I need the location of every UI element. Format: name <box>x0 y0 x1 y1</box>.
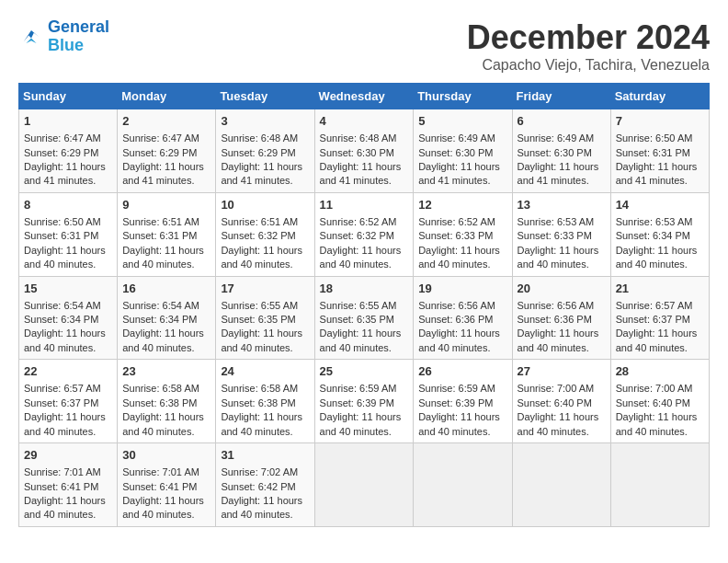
location-title: Capacho Viejo, Tachira, Venezuela <box>467 57 710 74</box>
day-number: 18 <box>320 281 409 297</box>
day-info: Sunrise: 6:54 AMSunset: 6:34 PMDaylight:… <box>122 299 210 356</box>
calendar-cell: 24Sunrise: 6:58 AMSunset: 6:38 PMDayligh… <box>216 360 314 443</box>
calendar-header: SundayMondayTuesdayWednesdayThursdayFrid… <box>19 84 710 109</box>
calendar-cell: 10Sunrise: 6:51 AMSunset: 6:32 PMDayligh… <box>216 192 314 276</box>
day-number: 5 <box>418 113 506 130</box>
calendar-cell: 5Sunrise: 6:49 AMSunset: 6:30 PMDaylight… <box>414 109 512 193</box>
day-info: Sunrise: 6:48 AMSunset: 6:29 PMDaylight:… <box>221 132 309 189</box>
calendar-cell: 6Sunrise: 6:49 AMSunset: 6:30 PMDaylight… <box>512 109 610 193</box>
day-info: Sunrise: 6:53 AMSunset: 6:33 PMDaylight:… <box>518 215 606 272</box>
day-info: Sunrise: 6:51 AMSunset: 6:32 PMDaylight:… <box>221 215 309 272</box>
day-number: 26 <box>418 363 506 380</box>
calendar-week-1: 1Sunrise: 6:47 AMSunset: 6:29 PMDaylight… <box>19 109 710 193</box>
day-number: 28 <box>616 363 704 380</box>
calendar-table: SundayMondayTuesdayWednesdayThursdayFrid… <box>18 83 710 527</box>
weekday-header-friday: Friday <box>512 84 610 109</box>
calendar-cell <box>610 443 709 527</box>
day-info: Sunrise: 6:52 AMSunset: 6:32 PMDaylight:… <box>320 215 409 272</box>
day-info: Sunrise: 6:58 AMSunset: 6:38 PMDaylight:… <box>122 382 210 439</box>
calendar-cell: 31Sunrise: 7:02 AMSunset: 6:42 PMDayligh… <box>216 443 314 527</box>
day-number: 31 <box>221 447 309 464</box>
day-number: 17 <box>221 281 309 297</box>
day-info: Sunrise: 6:49 AMSunset: 6:30 PMDaylight:… <box>518 132 606 189</box>
day-info: Sunrise: 6:56 AMSunset: 6:36 PMDaylight:… <box>418 299 506 356</box>
day-number: 12 <box>418 197 506 213</box>
day-info: Sunrise: 6:55 AMSunset: 6:35 PMDaylight:… <box>320 299 409 356</box>
day-info: Sunrise: 6:50 AMSunset: 6:31 PMDaylight:… <box>616 132 704 189</box>
day-info: Sunrise: 6:58 AMSunset: 6:38 PMDaylight:… <box>221 382 309 439</box>
day-info: Sunrise: 6:47 AMSunset: 6:29 PMDaylight:… <box>24 132 112 189</box>
day-info: Sunrise: 6:57 AMSunset: 6:37 PMDaylight:… <box>24 382 112 439</box>
day-info: Sunrise: 6:54 AMSunset: 6:34 PMDaylight:… <box>24 299 112 356</box>
day-info: Sunrise: 6:55 AMSunset: 6:35 PMDaylight:… <box>221 299 309 356</box>
calendar-cell: 8Sunrise: 6:50 AMSunset: 6:31 PMDaylight… <box>19 192 118 276</box>
day-number: 8 <box>24 197 112 213</box>
calendar-cell: 4Sunrise: 6:48 AMSunset: 6:30 PMDaylight… <box>314 109 414 193</box>
weekday-header-monday: Monday <box>118 84 216 109</box>
day-info: Sunrise: 6:53 AMSunset: 6:34 PMDaylight:… <box>616 215 704 272</box>
day-number: 16 <box>122 281 210 297</box>
weekday-header-sunday: Sunday <box>19 84 118 109</box>
day-number: 14 <box>616 197 704 213</box>
day-info: Sunrise: 7:01 AMSunset: 6:41 PMDaylight:… <box>122 465 210 523</box>
calendar-week-3: 15Sunrise: 6:54 AMSunset: 6:34 PMDayligh… <box>19 276 710 360</box>
day-number: 3 <box>221 113 309 130</box>
weekday-header-saturday: Saturday <box>610 84 709 109</box>
day-info: Sunrise: 6:57 AMSunset: 6:37 PMDaylight:… <box>616 299 704 356</box>
calendar-week-4: 22Sunrise: 6:57 AMSunset: 6:37 PMDayligh… <box>19 360 710 443</box>
calendar-cell: 2Sunrise: 6:47 AMSunset: 6:29 PMDaylight… <box>118 109 216 193</box>
calendar-cell: 13Sunrise: 6:53 AMSunset: 6:33 PMDayligh… <box>512 192 610 276</box>
month-title: December 2024 <box>467 18 710 57</box>
weekday-header-thursday: Thursday <box>414 84 512 109</box>
day-number: 10 <box>221 197 309 213</box>
calendar-cell: 21Sunrise: 6:57 AMSunset: 6:37 PMDayligh… <box>610 276 709 360</box>
day-info: Sunrise: 7:02 AMSunset: 6:42 PMDaylight:… <box>221 465 309 523</box>
day-info: Sunrise: 7:00 AMSunset: 6:40 PMDaylight:… <box>518 382 606 439</box>
calendar-week-2: 8Sunrise: 6:50 AMSunset: 6:31 PMDaylight… <box>19 192 710 276</box>
day-number: 15 <box>24 281 112 297</box>
day-number: 1 <box>24 113 112 130</box>
weekday-row: SundayMondayTuesdayWednesdayThursdayFrid… <box>19 84 710 109</box>
page-header: General Blue December 2024 Capacho Viejo… <box>18 18 710 74</box>
day-info: Sunrise: 7:01 AMSunset: 6:41 PMDaylight:… <box>24 465 112 523</box>
calendar-cell: 20Sunrise: 6:56 AMSunset: 6:36 PMDayligh… <box>512 276 610 360</box>
day-info: Sunrise: 6:51 AMSunset: 6:31 PMDaylight:… <box>122 215 210 272</box>
day-number: 27 <box>518 363 606 380</box>
day-number: 29 <box>24 447 112 464</box>
calendar-cell: 12Sunrise: 6:52 AMSunset: 6:33 PMDayligh… <box>414 192 512 276</box>
calendar-body: 1Sunrise: 6:47 AMSunset: 6:29 PMDaylight… <box>19 109 710 527</box>
day-number: 24 <box>221 363 309 380</box>
logo: General Blue <box>18 18 109 55</box>
calendar-cell: 18Sunrise: 6:55 AMSunset: 6:35 PMDayligh… <box>314 276 414 360</box>
calendar-cell: 17Sunrise: 6:55 AMSunset: 6:35 PMDayligh… <box>216 276 314 360</box>
calendar-cell: 23Sunrise: 6:58 AMSunset: 6:38 PMDayligh… <box>118 360 216 443</box>
calendar-cell: 22Sunrise: 6:57 AMSunset: 6:37 PMDayligh… <box>19 360 118 443</box>
calendar-cell: 25Sunrise: 6:59 AMSunset: 6:39 PMDayligh… <box>314 360 414 443</box>
day-number: 21 <box>616 281 704 297</box>
day-number: 20 <box>518 281 606 297</box>
day-number: 4 <box>320 113 409 130</box>
day-number: 9 <box>122 197 210 213</box>
calendar-cell: 28Sunrise: 7:00 AMSunset: 6:40 PMDayligh… <box>610 360 709 443</box>
day-info: Sunrise: 7:00 AMSunset: 6:40 PMDaylight:… <box>616 382 704 439</box>
calendar-cell: 7Sunrise: 6:50 AMSunset: 6:31 PMDaylight… <box>610 109 709 193</box>
day-info: Sunrise: 6:50 AMSunset: 6:31 PMDaylight:… <box>24 215 112 272</box>
calendar-cell <box>512 443 610 527</box>
day-number: 6 <box>518 113 606 130</box>
calendar-cell: 30Sunrise: 7:01 AMSunset: 6:41 PMDayligh… <box>118 443 216 527</box>
day-number: 19 <box>418 281 506 297</box>
svg-marker-1 <box>26 38 36 43</box>
calendar-cell: 14Sunrise: 6:53 AMSunset: 6:34 PMDayligh… <box>610 192 709 276</box>
calendar-cell: 26Sunrise: 6:59 AMSunset: 6:39 PMDayligh… <box>414 360 512 443</box>
day-number: 11 <box>320 197 409 213</box>
calendar-cell: 11Sunrise: 6:52 AMSunset: 6:32 PMDayligh… <box>314 192 414 276</box>
title-block: December 2024 Capacho Viejo, Tachira, Ve… <box>467 18 710 74</box>
calendar-cell <box>414 443 512 527</box>
logo-text: General Blue <box>48 18 109 55</box>
day-number: 30 <box>122 447 210 464</box>
day-info: Sunrise: 6:47 AMSunset: 6:29 PMDaylight:… <box>122 132 210 189</box>
weekday-header-tuesday: Tuesday <box>216 84 314 109</box>
calendar-cell: 29Sunrise: 7:01 AMSunset: 6:41 PMDayligh… <box>19 443 118 527</box>
logo-icon <box>18 24 44 50</box>
day-number: 13 <box>518 197 606 213</box>
